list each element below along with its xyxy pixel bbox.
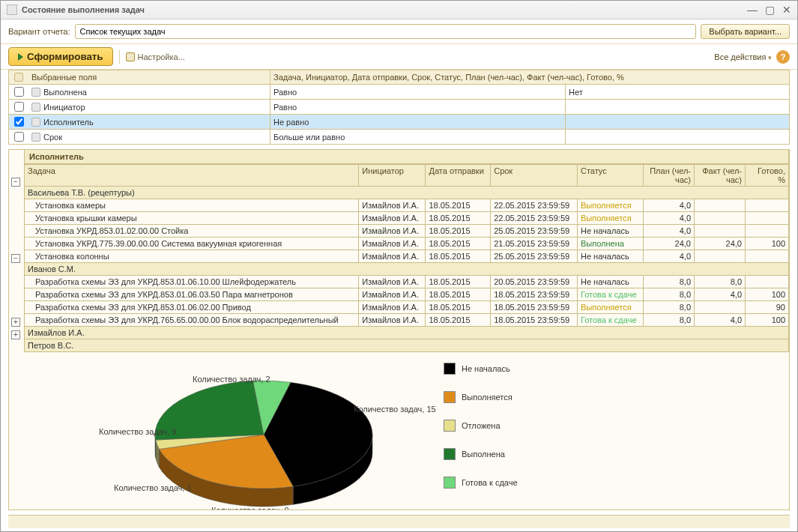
cell: Разработка схемы ЭЗ для УКРД.853.01.06.1… xyxy=(25,276,359,288)
cell: Выполняется xyxy=(577,199,643,212)
filter-value[interactable] xyxy=(566,115,789,129)
generate-label: Сформировать xyxy=(27,51,103,62)
filter-name: Выполнена xyxy=(43,88,87,97)
generate-button[interactable]: Сформировать xyxy=(8,47,113,66)
cell: 18.05.2015 23:59:59 xyxy=(491,288,578,301)
fields-icon xyxy=(14,73,23,82)
cell: 25.05.2015 23:59:59 xyxy=(491,225,578,238)
cell: Разработка схемы ЭЗ для УКРД.853.01.06.0… xyxy=(25,288,359,301)
settings-button[interactable]: Настройка... xyxy=(126,52,185,61)
gear-icon xyxy=(126,52,135,61)
cell: 4,0 xyxy=(644,250,695,263)
table-row[interactable]: Разработка схемы ЭЗ для УКРД.853.01.06.0… xyxy=(25,288,789,301)
collapse-icon[interactable]: − xyxy=(11,178,20,187)
filter-icon xyxy=(31,103,40,112)
settings-label: Настройка... xyxy=(138,52,185,61)
chart-slice-label: Количество задач, 2 xyxy=(193,375,270,384)
cell: 8,0 xyxy=(644,301,695,314)
table-row[interactable]: Установка УКРД.775.39.00.00.00 Система в… xyxy=(25,238,789,250)
filter-checkbox[interactable] xyxy=(14,132,24,142)
filter-row[interactable]: ИсполнительНе равно xyxy=(9,115,789,130)
legend-item: Отложена xyxy=(444,420,518,432)
cell: 4,0 xyxy=(644,212,695,225)
cell: Установка крышки камеры xyxy=(25,212,359,225)
filter-condition[interactable]: Равно xyxy=(270,85,566,99)
group-row[interactable]: Иванов С.М. xyxy=(25,263,789,276)
report-area[interactable]: Исполнитель ЗадачаИнициаторДата отправки… xyxy=(8,149,790,510)
cell: 22.05.2015 23:59:59 xyxy=(491,199,578,212)
group-row[interactable]: Измайлов И.А. xyxy=(25,327,789,339)
cell: 18.05.2015 xyxy=(426,276,491,288)
variant-input[interactable] xyxy=(75,24,697,39)
column-header[interactable]: План (чел-час) xyxy=(644,165,695,187)
titlebar: Состояние выполнения задач — ▢ ✕ xyxy=(1,1,797,19)
cell xyxy=(695,199,746,212)
cell: 4,0 xyxy=(695,288,746,301)
legend-swatch xyxy=(444,448,456,460)
table-row[interactable]: Установка камерыИзмайлов И.А.18.05.20152… xyxy=(25,199,789,212)
filter-value[interactable]: Нет xyxy=(566,85,789,99)
cell: Измайлов И.А. xyxy=(359,301,426,314)
cell xyxy=(695,250,746,263)
cell: 24,0 xyxy=(695,238,746,250)
collapse-icon[interactable]: − xyxy=(11,254,20,263)
table-row[interactable]: Установка крышки камерыИзмайлов И.А.18.0… xyxy=(25,212,789,225)
legend-item: Не началась xyxy=(444,363,518,375)
filter-name: Срок xyxy=(43,133,62,142)
select-variant-button[interactable]: Выбрать вариант... xyxy=(701,24,790,39)
legend-swatch xyxy=(444,420,456,432)
filters-grid: Выбранные поля Задача, Инициатор, Дата о… xyxy=(8,70,790,145)
legend-label: Отложена xyxy=(462,421,501,430)
filter-icon xyxy=(31,88,40,97)
column-header[interactable]: Факт (чел-час) xyxy=(695,165,746,187)
table-row[interactable]: Разработка схемы ЭЗ для УКРД.853.01.06.1… xyxy=(25,276,789,288)
cell: 18.05.2015 xyxy=(426,238,491,250)
legend-swatch xyxy=(444,391,456,403)
column-header[interactable]: Задача xyxy=(25,165,359,187)
table-row[interactable]: Разработка схемы ЭЗ для УКРД.853.01.06.0… xyxy=(25,301,789,314)
filter-checkbox[interactable] xyxy=(14,87,24,97)
filter-value[interactable] xyxy=(566,100,789,114)
filter-row[interactable]: СрокБольше или равно xyxy=(9,130,789,144)
legend-swatch xyxy=(444,477,456,489)
cell: 18.05.2015 xyxy=(426,199,491,212)
filter-condition[interactable]: Больше или равно xyxy=(270,130,566,144)
chart-slice-label: Количество задач, 1 xyxy=(114,483,192,492)
chart-zone: Количество задач, 15Количество задач, 9К… xyxy=(24,352,789,510)
cell: Разработка схемы ЭЗ для УКРД.853.01.06.0… xyxy=(25,301,359,314)
help-button[interactable]: ? xyxy=(776,50,790,64)
cell: Не началась xyxy=(577,225,643,238)
table-row[interactable]: Установка УКРД.853.01.02.00.00 СтойкаИзм… xyxy=(25,225,789,238)
filter-row[interactable]: ИнициаторРавно xyxy=(9,100,789,115)
filter-condition[interactable]: Не равно xyxy=(270,115,566,129)
column-header[interactable]: Готово, % xyxy=(746,165,789,187)
all-actions-dropdown[interactable]: Все действия xyxy=(714,52,772,61)
close-icon[interactable]: ✕ xyxy=(782,4,791,16)
cell: 18.05.2015 xyxy=(426,212,491,225)
maximize-icon[interactable]: ▢ xyxy=(765,4,775,16)
column-header[interactable]: Инициатор xyxy=(359,165,426,187)
cell: Измайлов И.А. xyxy=(359,276,426,288)
cell: 8,0 xyxy=(644,276,695,288)
variant-label: Вариант отчета: xyxy=(8,27,70,36)
filter-checkbox[interactable] xyxy=(14,117,24,127)
minimize-icon[interactable]: — xyxy=(747,4,758,16)
filter-condition[interactable]: Равно xyxy=(270,100,566,114)
expand-icon[interactable]: + xyxy=(11,330,20,339)
table-row[interactable]: Установка колонныИзмайлов И.А.18.05.2015… xyxy=(25,250,789,263)
filter-row[interactable]: ВыполненаРавноНет xyxy=(9,85,789,100)
filter-value[interactable] xyxy=(566,130,789,144)
group-row[interactable]: Петров В.С. xyxy=(25,339,789,352)
cell xyxy=(746,225,789,238)
filter-checkbox[interactable] xyxy=(14,102,24,112)
column-header[interactable]: Срок xyxy=(491,165,578,187)
filter-name: Исполнитель xyxy=(43,118,94,127)
column-header[interactable]: Дата отправки xyxy=(426,165,491,187)
group-row[interactable]: Васильева Т.В. (рецептуры) xyxy=(25,187,789,199)
cell: Выполняется xyxy=(577,301,643,314)
table-row[interactable]: Разработка схемы ЭЗ для УКРД.765.65.00.0… xyxy=(25,314,789,327)
cell: Измайлов И.А. xyxy=(359,288,426,301)
expand-icon[interactable]: + xyxy=(11,318,20,327)
cell: Не началась xyxy=(577,250,643,263)
column-header[interactable]: Статус xyxy=(577,165,643,187)
